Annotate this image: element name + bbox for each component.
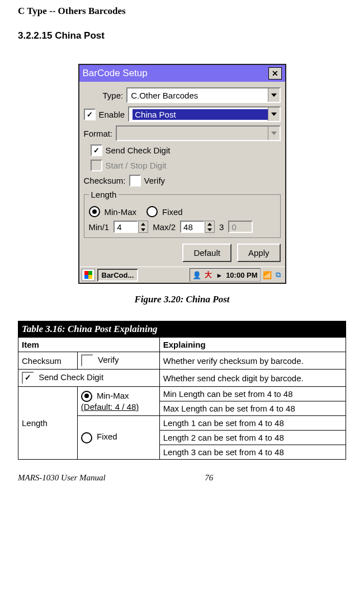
format-dropdown xyxy=(116,125,280,141)
row-checksum-item: Checksum xyxy=(18,352,78,370)
row-length-item: Length xyxy=(18,387,78,460)
radio-icon xyxy=(81,432,92,443)
figure: BarCode Setup ✕ Type: C.Other Barcodes E… xyxy=(18,64,346,305)
verify-checkbox[interactable] xyxy=(129,175,141,186)
max-spinner[interactable]: 48 xyxy=(180,221,215,233)
spinner-down-button[interactable] xyxy=(139,227,148,232)
chevron-down-icon xyxy=(271,113,277,116)
row-minlen-expl: Min Length can be set from 4 to 48 xyxy=(159,387,346,401)
length-group: Length Min-Max Fixed Min/1 4 xyxy=(84,190,281,238)
row-minmax-item: Min-Max (Default: 4 / 48) xyxy=(77,387,159,416)
min-spinner[interactable]: 4 xyxy=(114,221,148,233)
enable-checkbox[interactable] xyxy=(84,109,96,120)
three-value: 0 xyxy=(228,221,253,233)
max-value: 48 xyxy=(180,221,205,233)
chevron-up-icon xyxy=(207,223,212,226)
checkbox-checked-icon xyxy=(22,372,34,384)
row-len1-expl: Length 1 can be set from 4 to 48 xyxy=(159,416,346,431)
barcode-setup-window: BarCode Setup ✕ Type: C.Other Barcodes E… xyxy=(78,64,286,284)
fixed-label: Fixed xyxy=(162,207,183,217)
window-titlebar: BarCode Setup ✕ xyxy=(79,65,285,82)
user-icon[interactable]: 👤 xyxy=(192,270,201,279)
page-footer: MARS-1030 User Manual 76 xyxy=(18,473,346,483)
row-checksum-expl: Whether verify checksum by barcode. xyxy=(159,352,346,370)
chevron-down-icon xyxy=(271,132,277,135)
type-dropdown[interactable]: C.Other Barcodes xyxy=(126,87,280,103)
footer-page: 76 xyxy=(72,473,346,483)
taskbar-app-button[interactable]: BarCod... xyxy=(97,269,139,282)
row-len2-expl: Length 2 can be set from 4 to 48 xyxy=(159,431,346,445)
china-post-table: Table 3.16: China Post Explaining Item E… xyxy=(18,321,346,460)
radio-checked-icon xyxy=(81,391,92,402)
row-fixed-item: Fixed xyxy=(77,416,159,460)
signal-icon[interactable]: 📶 xyxy=(263,270,272,279)
section-heading: 3.2.2.15 China Post xyxy=(18,30,346,41)
col-explaining: Explaining xyxy=(159,338,346,352)
subtype-dropdown[interactable]: China Post xyxy=(128,106,280,122)
min-label: Min/1 xyxy=(89,222,110,232)
row-checksum-verify: Verify xyxy=(77,352,159,370)
dropdown-button[interactable] xyxy=(268,88,280,102)
chevron-down-icon xyxy=(141,228,145,231)
send-check-digit-checkbox[interactable] xyxy=(91,144,102,156)
system-tray: 👤 大 ▸ 10:00 PM xyxy=(190,268,260,282)
verify-label: Verify xyxy=(144,176,166,185)
format-label: Format: xyxy=(84,129,113,138)
send-check-digit-label: Send Check Digit xyxy=(106,146,171,155)
spinner-up-button[interactable] xyxy=(139,221,148,227)
checksum-label: Checksum: xyxy=(84,176,126,185)
chevron-down-icon xyxy=(271,94,277,97)
start-stop-digit-label: Start / Stop Digit xyxy=(106,161,167,170)
spinner-up-button[interactable] xyxy=(205,221,214,227)
max-label: Max/2 xyxy=(153,222,176,232)
checkbox-icon xyxy=(81,354,93,367)
length-legend: Length xyxy=(89,190,119,199)
dropdown-button xyxy=(268,127,280,140)
row-maxlen-expl: Max Length can be set from 4 to 48 xyxy=(159,401,346,416)
clock: 10:00 PM xyxy=(226,271,257,279)
k-icon[interactable]: 大 xyxy=(204,270,212,279)
close-button[interactable]: ✕ xyxy=(268,67,282,80)
table-title: Table 3.16: China Post Explaining xyxy=(18,321,346,338)
fixed-radio[interactable] xyxy=(146,206,158,217)
three-label: 3 xyxy=(219,222,224,232)
row-sendcheck-item: Send Check Digit xyxy=(18,370,160,387)
cascade-windows-icon[interactable]: ⧉ xyxy=(274,270,283,279)
page-heading: C Type -- Others Barcodes xyxy=(18,6,346,17)
taskbar: BarCod... 👤 大 ▸ 10:00 PM 📶 ⧉ xyxy=(79,267,285,283)
default-button[interactable]: Default xyxy=(182,244,231,262)
type-label: Type: xyxy=(103,91,124,100)
chevron-down-icon xyxy=(207,228,212,231)
start-stop-digit-checkbox xyxy=(91,160,102,171)
close-icon: ✕ xyxy=(272,69,278,78)
min-value: 4 xyxy=(114,221,138,233)
dropdown-button[interactable] xyxy=(268,107,280,121)
minmax-radio[interactable] xyxy=(89,206,100,217)
enable-label: Enable xyxy=(99,110,125,119)
spinner-down-button[interactable] xyxy=(205,227,214,232)
row-len3-expl: Length 3 can be set from 4 to 48 xyxy=(159,445,346,460)
row-sendcheck-expl: Whether send check digit by barcode. xyxy=(159,370,346,387)
three-spinner: 0 xyxy=(228,221,253,233)
start-button[interactable] xyxy=(82,269,95,281)
tray-arrow-icon[interactable]: ▸ xyxy=(215,270,224,279)
subtype-value: China Post xyxy=(133,109,267,120)
chevron-up-icon xyxy=(141,223,145,226)
windows-logo-icon xyxy=(84,271,92,279)
minmax-label: Min-Max xyxy=(105,207,137,217)
type-value: C.Other Barcodes xyxy=(131,91,267,100)
apply-button[interactable]: Apply xyxy=(237,244,281,262)
figure-caption: Figure 3.20: China Post xyxy=(134,294,229,305)
window-title: BarCode Setup xyxy=(83,68,268,79)
col-item: Item xyxy=(18,338,160,352)
